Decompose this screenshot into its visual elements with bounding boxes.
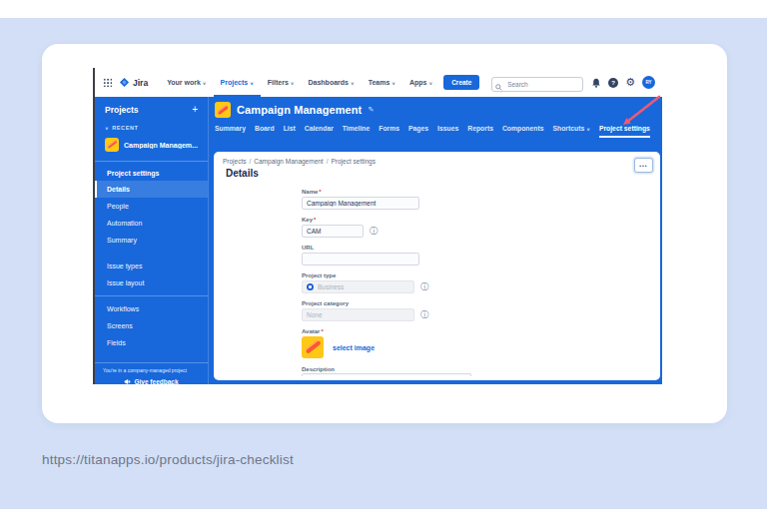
sidebar-recent-header[interactable]: ∨ RECENT bbox=[95, 119, 208, 133]
recent-project-name: Campaign Managem... bbox=[124, 142, 198, 149]
sidebar-item-issue-types[interactable]: Issue types bbox=[95, 258, 208, 274]
jira-logo-icon bbox=[119, 77, 130, 88]
field-name: Name* bbox=[302, 189, 501, 210]
tab-pages[interactable]: Pages bbox=[408, 125, 428, 138]
sidebar-item-project-settings[interactable]: Project settings bbox=[95, 166, 208, 181]
breadcrumb-project-settings[interactable]: Project settings bbox=[331, 158, 375, 165]
tab-components[interactable]: Components bbox=[502, 125, 544, 138]
project-avatar-image[interactable] bbox=[302, 336, 324, 358]
tab-list[interactable]: List bbox=[284, 125, 296, 138]
sidebar-item-screens[interactable]: Screens bbox=[95, 317, 208, 334]
sidebar-gap bbox=[95, 249, 208, 258]
details-form: Name* Key* ⓘ bbox=[302, 189, 501, 376]
help-icon[interactable]: ? bbox=[608, 78, 618, 88]
chevron-down-icon: ∨ bbox=[586, 126, 590, 131]
field-project-category: Project category None ⓘ bbox=[302, 300, 501, 321]
field-url: URL bbox=[302, 245, 501, 266]
jira-logo[interactable]: Jira bbox=[119, 77, 148, 88]
search-icon bbox=[495, 77, 502, 95]
info-icon[interactable]: ⓘ bbox=[370, 228, 378, 236]
key-label: Key* bbox=[302, 217, 501, 223]
sidebar-item-fields[interactable]: Fields bbox=[95, 334, 208, 351]
url-label: URL bbox=[302, 245, 501, 251]
navbar-menu: Your work∨ Projects∨ Filters∨ Dashboards… bbox=[160, 68, 439, 97]
select-image-link[interactable]: select image bbox=[333, 344, 375, 351]
jira-logo-text: Jira bbox=[133, 78, 148, 88]
sidebar-title: Projects bbox=[105, 105, 139, 115]
nav-item-dashboards[interactable]: Dashboards∨ bbox=[302, 68, 362, 97]
app-switcher-icon[interactable] bbox=[103, 78, 112, 87]
sidebar-item-issue-layout[interactable]: Issue layout bbox=[95, 274, 208, 291]
more-actions-button[interactable]: ••• bbox=[634, 158, 653, 173]
project-avatar-icon bbox=[105, 138, 119, 152]
project-title: Campaign Management bbox=[237, 104, 362, 116]
rename-pencil-icon[interactable]: ✎ bbox=[368, 106, 374, 114]
breadcrumb: Projects / Campaign Management / Project… bbox=[223, 158, 650, 165]
field-avatar: Avatar* select image bbox=[302, 328, 501, 358]
nav-item-your-work[interactable]: Your work∨ bbox=[160, 68, 213, 97]
nav-item-filters[interactable]: Filters∨ bbox=[261, 68, 302, 97]
navbar-right-icons: ? ⚙ RY bbox=[591, 76, 655, 89]
project-category-input: None bbox=[302, 308, 414, 321]
tab-summary[interactable]: Summary bbox=[215, 125, 246, 138]
key-input[interactable] bbox=[302, 225, 364, 238]
required-mark: * bbox=[319, 189, 321, 195]
description-input[interactable] bbox=[302, 373, 471, 376]
tab-shortcuts[interactable]: Shortcuts∨ bbox=[552, 125, 589, 138]
nav-item-teams[interactable]: Teams∨ bbox=[362, 68, 402, 97]
sidebar-item-automation[interactable]: Automation bbox=[95, 215, 208, 232]
chevron-down-icon: ∨ bbox=[250, 80, 254, 85]
tab-issues[interactable]: Issues bbox=[437, 125, 458, 138]
sidebar-title-row: Projects + bbox=[95, 103, 208, 119]
tab-forms[interactable]: Forms bbox=[379, 125, 399, 138]
search-field bbox=[491, 73, 583, 92]
field-project-type: Project type Business ⓘ bbox=[302, 272, 501, 293]
jira-app-screenshot: Jira Your work∨ Projects∨ Filters∨ Dashb… bbox=[93, 68, 662, 384]
details-panel: Projects / Campaign Management / Project… bbox=[214, 152, 660, 380]
create-button[interactable]: Create bbox=[443, 75, 479, 90]
project-tabs: Summary Board List Calendar Timeline For… bbox=[215, 125, 658, 138]
source-url-caption: https://titanapps.io/products/jira-check… bbox=[42, 452, 294, 467]
tab-timeline[interactable]: Timeline bbox=[343, 125, 370, 138]
chevron-down-icon: ∨ bbox=[203, 80, 207, 85]
field-key: Key* ⓘ bbox=[302, 217, 501, 238]
avatar-label: Avatar* bbox=[302, 328, 501, 334]
give-feedback-button[interactable]: Give feedback bbox=[95, 376, 208, 384]
sidebar-item-workflows[interactable]: Workflows bbox=[95, 300, 208, 317]
breadcrumb-project[interactable]: Campaign Management bbox=[254, 158, 323, 165]
project-header: Campaign Management ✎ bbox=[215, 102, 374, 118]
sidebar-recent-project[interactable]: Campaign Managem... bbox=[95, 133, 208, 157]
settings-gear-icon[interactable]: ⚙ bbox=[625, 78, 635, 88]
tab-project-settings[interactable]: Project settings bbox=[599, 125, 650, 138]
user-avatar[interactable]: RY bbox=[642, 76, 655, 89]
notifications-icon[interactable] bbox=[591, 78, 601, 88]
tab-reports[interactable]: Reports bbox=[467, 125, 493, 138]
managed-project-note: You're in a company-managed project bbox=[95, 363, 208, 376]
project-category-label: Project category bbox=[302, 300, 501, 306]
chevron-down-icon: ∨ bbox=[391, 80, 395, 85]
nav-item-apps[interactable]: Apps∨ bbox=[402, 68, 439, 97]
sidebar-item-summary[interactable]: Summary bbox=[95, 232, 208, 249]
search-input[interactable] bbox=[491, 77, 583, 92]
jira-top-navbar: Jira Your work∨ Projects∨ Filters∨ Dashb… bbox=[95, 68, 662, 97]
sidebar-item-details[interactable]: Details bbox=[95, 181, 208, 198]
add-project-button[interactable]: + bbox=[192, 105, 198, 115]
projects-sidebar: Projects + ∨ RECENT Campaign Managem... … bbox=[95, 97, 209, 384]
url-input[interactable] bbox=[302, 253, 419, 266]
page: Jira Your work∨ Projects∨ Filters∨ Dashb… bbox=[0, 0, 767, 532]
name-input[interactable] bbox=[302, 197, 419, 210]
info-icon[interactable]: ⓘ bbox=[420, 311, 428, 319]
sidebar-divider bbox=[95, 295, 208, 296]
tab-calendar[interactable]: Calendar bbox=[305, 125, 334, 138]
chevron-down-icon: ∨ bbox=[428, 80, 432, 85]
tab-board[interactable]: Board bbox=[255, 125, 275, 138]
project-type-label: Project type bbox=[302, 272, 501, 278]
project-type-icon bbox=[307, 283, 314, 290]
nav-item-projects[interactable]: Projects∨ bbox=[214, 68, 261, 97]
jira-body: Projects + ∨ RECENT Campaign Managem... … bbox=[95, 97, 662, 384]
info-icon[interactable]: ⓘ bbox=[420, 283, 428, 291]
required-mark: * bbox=[314, 217, 316, 223]
breadcrumb-projects[interactable]: Projects bbox=[223, 158, 246, 165]
field-description: Description bbox=[302, 366, 501, 376]
sidebar-item-people[interactable]: People bbox=[95, 198, 208, 215]
